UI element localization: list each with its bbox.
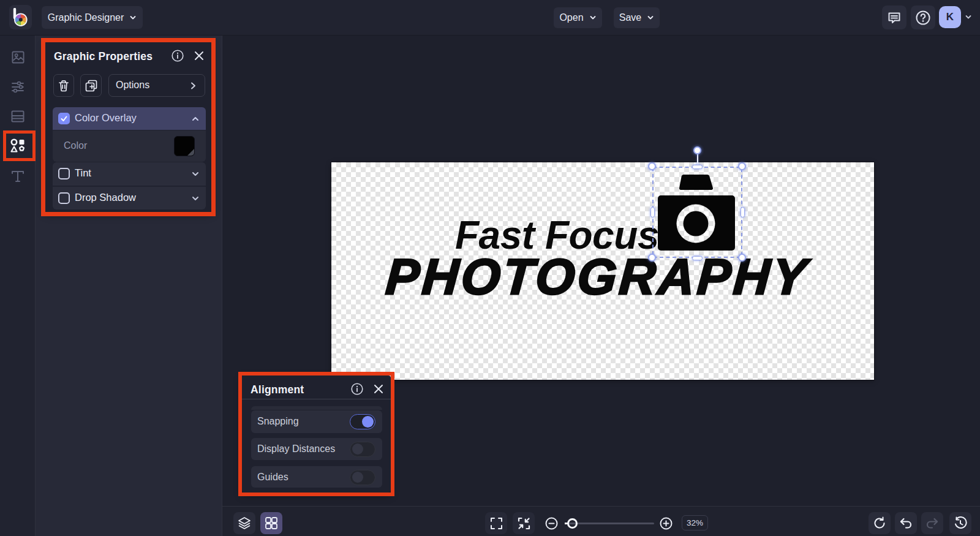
info-icon[interactable] [172, 50, 184, 62]
befunky-logo[interactable] [9, 5, 32, 29]
feedback-button[interactable] [882, 6, 907, 29]
fit-to-screen-button[interactable] [513, 512, 535, 534]
save-button[interactable]: Save [614, 7, 660, 28]
chevron-down-icon [129, 14, 137, 21]
color-row: Color [53, 130, 206, 162]
zoom-out-button[interactable] [545, 517, 558, 530]
top-bar: Graphic Designer Open Save K [0, 0, 980, 36]
reset-button[interactable] [869, 512, 891, 534]
app-mode-menu[interactable]: Graphic Designer [42, 6, 143, 29]
alignment-header: Alignment [242, 376, 391, 404]
user-avatar[interactable]: K [939, 6, 961, 28]
sidebar-item-edit[interactable] [0, 74, 36, 100]
chevron-down-icon[interactable] [191, 170, 200, 178]
open-button[interactable]: Open [554, 7, 602, 28]
snapping-row: Snapping [251, 410, 382, 433]
help-button[interactable] [911, 6, 935, 29]
guides-row: Guides [251, 466, 382, 488]
undo-icon [899, 516, 913, 530]
grid-icon [265, 517, 277, 529]
graphic-properties-header: Graphic Properties [45, 42, 211, 70]
close-icon[interactable] [373, 383, 384, 394]
fullscreen-button[interactable] [485, 512, 507, 534]
alignment-title: Alignment [251, 383, 304, 396]
graphic-properties-title: Graphic Properties [54, 50, 153, 63]
duplicate-button[interactable] [80, 74, 102, 97]
chevron-down-icon[interactable] [191, 194, 200, 203]
layers-button[interactable] [233, 512, 255, 534]
options-button[interactable]: Options [108, 74, 205, 97]
sidebar-item-text[interactable] [0, 163, 36, 190]
toggle-knob [362, 416, 374, 428]
display-distances-toggle[interactable] [350, 442, 375, 457]
fit-to-screen-icon [518, 517, 530, 530]
color-overlay-label: Color Overlay [75, 112, 137, 124]
history-icon [954, 516, 967, 530]
befunky-logo-icon [12, 8, 29, 27]
snapping-toggle[interactable] [350, 414, 375, 429]
zoom-slider-knob[interactable] [567, 518, 578, 529]
color-overlay-checkbox[interactable] [58, 113, 70, 124]
app-mode-label: Graphic Designer [48, 12, 124, 23]
tint-checkbox[interactable] [58, 168, 70, 179]
drop-shadow-label: Drop Shadow [75, 192, 136, 203]
history-button[interactable] [949, 512, 971, 534]
rotate-handle-stem [697, 154, 698, 166]
logo-text-secondary[interactable]: PHOTOGRAPHY [384, 248, 811, 306]
sidebar-item-image-manager[interactable] [0, 43, 36, 70]
check-icon [60, 115, 68, 123]
color-swatch[interactable] [174, 136, 195, 156]
selection-handle-n[interactable] [692, 165, 703, 169]
toggle-knob [352, 444, 363, 455]
info-icon[interactable] [351, 383, 363, 395]
avatar-initial: K [946, 11, 954, 23]
grid-view-button[interactable] [260, 512, 282, 534]
chevron-down-icon [965, 13, 972, 21]
chevron-up-icon[interactable] [191, 115, 200, 123]
trash-icon [58, 80, 70, 92]
chat-icon [887, 10, 902, 25]
image-icon [12, 51, 24, 64]
selection-box[interactable] [652, 167, 742, 258]
design-canvas[interactable]: Fast Focus PHOTOGRAPHY [331, 162, 874, 380]
selection-handle-sw[interactable] [648, 254, 656, 262]
alignment-panel: Alignment Snapping Display Distances Gui… [242, 376, 391, 493]
graphics-icon [10, 138, 26, 154]
zoom-in-button[interactable] [660, 517, 673, 530]
zoom-level-value: 32% [687, 518, 703, 527]
chevron-down-icon [647, 14, 654, 21]
open-label: Open [559, 12, 583, 23]
selection-border [652, 167, 742, 258]
graphic-properties-panel: Graphic Properties Options Color Overlay [45, 42, 211, 212]
selection-handle-e[interactable] [741, 207, 745, 217]
redo-button[interactable] [921, 512, 943, 534]
selection-handle-nw[interactable] [648, 162, 656, 170]
color-overlay-row[interactable]: Color Overlay [53, 107, 206, 130]
sidebar-item-graphics[interactable] [0, 130, 36, 161]
help-icon [915, 10, 931, 26]
zoom-level-badge[interactable]: 32% [682, 515, 708, 530]
sidebar-item-templates[interactable] [0, 103, 36, 130]
selection-handle-s[interactable] [692, 256, 703, 260]
guides-toggle[interactable] [350, 470, 375, 485]
account-menu-chevron[interactable] [965, 13, 972, 21]
tint-row[interactable]: Tint [53, 162, 206, 186]
delete-button[interactable] [53, 74, 74, 97]
undo-button[interactable] [895, 512, 917, 534]
close-icon[interactable] [194, 50, 205, 61]
divider [242, 399, 391, 399]
selection-handle-ne[interactable] [738, 162, 746, 170]
redo-icon [925, 516, 939, 530]
toggle-knob [352, 472, 363, 483]
drop-shadow-row[interactable]: Drop Shadow [53, 186, 206, 209]
selection-handle-se[interactable] [738, 254, 746, 262]
zoom-slider[interactable] [565, 523, 654, 524]
selection-handle-w[interactable] [650, 207, 655, 217]
rotate-handle[interactable] [693, 146, 701, 154]
tint-label: Tint [75, 167, 91, 179]
save-label: Save [619, 12, 641, 23]
color-label: Color [64, 140, 87, 151]
chevron-right-icon [189, 81, 197, 90]
adjustments-icon [11, 80, 24, 94]
drop-shadow-checkbox[interactable] [58, 192, 70, 204]
